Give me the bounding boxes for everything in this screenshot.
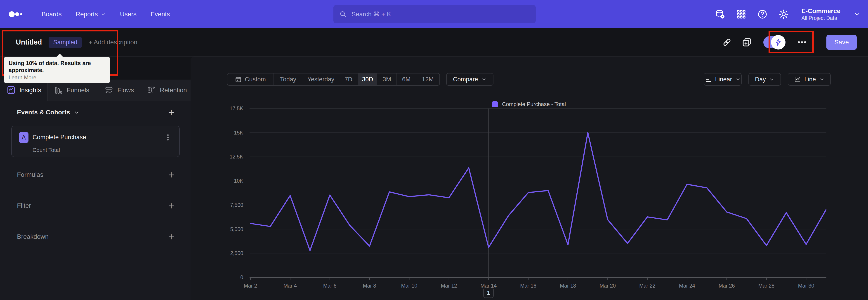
search-input[interactable]: Search ⌘ + K bbox=[333, 5, 536, 23]
settings-gear-icon[interactable] bbox=[778, 9, 789, 20]
sampling-toggle-knob bbox=[771, 35, 785, 50]
nav-right: E-Commerce All Project Data bbox=[715, 0, 860, 28]
events-cohorts-dropdown[interactable]: Events & Cohorts bbox=[17, 109, 80, 116]
x-tick-label: Mar 4 bbox=[283, 283, 297, 289]
y-tick-label: 2,500 bbox=[230, 250, 243, 256]
nav-item-events[interactable]: Events bbox=[151, 11, 170, 18]
filter-section: Filter + bbox=[17, 201, 174, 211]
tooltip-text: Using 10% of data. Results are approxima… bbox=[8, 60, 105, 74]
nav-item-users[interactable]: Users bbox=[120, 11, 136, 18]
chevron-down-icon bbox=[854, 11, 860, 18]
x-tick-label: Mar 16 bbox=[520, 283, 536, 289]
event-letter-badge: A bbox=[19, 132, 29, 143]
x-tick-label: Mar 30 bbox=[798, 283, 814, 289]
filter-label: Filter bbox=[17, 202, 31, 209]
line-chart[interactable]: 02,5005,0007,50010K12.5K15K17.5KMar 2Mar… bbox=[191, 57, 868, 300]
event-name: Complete Purchase bbox=[33, 134, 86, 141]
y-tick-label: 17.5K bbox=[230, 106, 243, 112]
funnels-icon bbox=[54, 86, 63, 95]
save-button[interactable]: Save bbox=[827, 35, 857, 50]
apps-grid-icon[interactable] bbox=[736, 9, 747, 20]
mixpanel-logo-icon[interactable] bbox=[8, 9, 25, 20]
x-tick-label: Mar 18 bbox=[560, 283, 576, 289]
report-title[interactable]: Untitled bbox=[16, 38, 42, 46]
chart-panel: CustomTodayYesterday7D30D3M6M12M Compare… bbox=[191, 57, 868, 300]
query-sidebar: InsightsFunnelsFlowsRetention Events & C… bbox=[0, 80, 191, 300]
formulas-section: Formulas + bbox=[17, 170, 174, 180]
search-placeholder: Search ⌘ + K bbox=[351, 10, 391, 18]
learn-more-link[interactable]: Learn More bbox=[8, 74, 36, 81]
event-card[interactable]: A Complete Purchase Count Total bbox=[11, 126, 180, 157]
sampling-toggle[interactable] bbox=[763, 36, 785, 49]
more-options-icon[interactable] bbox=[797, 37, 807, 48]
y-tick-label: 10K bbox=[234, 178, 243, 184]
chevron-down-icon bbox=[101, 11, 106, 17]
flows-icon bbox=[104, 86, 114, 95]
sampled-badge[interactable]: Sampled bbox=[49, 37, 82, 48]
x-tick-label: Mar 24 bbox=[679, 283, 695, 289]
y-tick-label: 12.5K bbox=[230, 154, 243, 160]
x-tick-label: Mar 10 bbox=[401, 283, 417, 289]
y-tick-label: 7,500 bbox=[230, 202, 243, 208]
copy-link-icon[interactable] bbox=[722, 37, 732, 48]
event-options-icon[interactable] bbox=[164, 133, 172, 142]
y-tick-label: 15K bbox=[234, 130, 243, 136]
project-name: E-Commerce bbox=[801, 7, 840, 15]
y-tick-label: 0 bbox=[240, 274, 243, 280]
breakdown-label: Breakdown bbox=[17, 233, 49, 240]
search-icon bbox=[339, 10, 347, 18]
lightning-bolt-icon bbox=[774, 38, 782, 46]
app-window: BoardsReportsUsersEvents Search ⌘ + K bbox=[0, 0, 868, 300]
add-filter-button[interactable]: + bbox=[168, 201, 174, 211]
nav-left: BoardsReportsUsersEvents bbox=[8, 0, 170, 28]
chevron-down-icon bbox=[74, 110, 80, 115]
x-tick-label: Mar 22 bbox=[639, 283, 655, 289]
insights-icon bbox=[6, 86, 16, 95]
x-tick-label: Mar 28 bbox=[758, 283, 775, 289]
series-line[interactable] bbox=[250, 133, 826, 250]
report-title-row: Untitled Sampled + Add description... bbox=[16, 28, 143, 56]
data-management-icon[interactable] bbox=[715, 9, 725, 20]
x-tick-label: Mar 20 bbox=[599, 283, 616, 289]
report-actions: Save bbox=[722, 28, 857, 56]
breakdown-section: Breakdown + bbox=[17, 232, 174, 242]
add-event-button[interactable]: + bbox=[168, 107, 174, 118]
sampling-tooltip: Using 10% of data. Results are approxima… bbox=[4, 57, 110, 83]
report-header-bar: Untitled Sampled + Add description... Sa… bbox=[0, 28, 868, 57]
add-formula-button[interactable]: + bbox=[168, 170, 174, 180]
nav-items: BoardsReportsUsersEvents bbox=[41, 11, 170, 18]
add-breakdown-button[interactable]: + bbox=[168, 232, 174, 242]
y-tick-label: 5,000 bbox=[230, 226, 243, 232]
formulas-label: Formulas bbox=[17, 171, 43, 178]
project-switcher[interactable]: E-Commerce All Project Data bbox=[801, 7, 840, 22]
events-section-header: Events & Cohorts + bbox=[17, 107, 174, 118]
x-tick-label: Mar 8 bbox=[363, 283, 376, 289]
tab-retention[interactable]: Retention bbox=[143, 80, 191, 101]
top-nav: BoardsReportsUsersEvents Search ⌘ + K bbox=[0, 0, 868, 28]
x-tick-label: Mar 26 bbox=[719, 283, 735, 289]
x-tick-label: Mar 6 bbox=[323, 283, 337, 289]
x-tick-label: Mar 12 bbox=[441, 283, 457, 289]
add-description-button[interactable]: + Add description... bbox=[89, 39, 143, 46]
nav-item-reports[interactable]: Reports bbox=[76, 11, 106, 18]
help-icon[interactable] bbox=[757, 9, 768, 20]
retention-icon bbox=[147, 86, 156, 95]
add-to-board-icon[interactable] bbox=[742, 37, 752, 48]
event-metric[interactable]: Count Total bbox=[33, 147, 60, 153]
nav-item-boards[interactable]: Boards bbox=[41, 11, 62, 18]
x-tick-label: Mar 2 bbox=[244, 283, 257, 289]
project-scope: All Project Data bbox=[801, 15, 840, 22]
pagination-page-1[interactable]: 1 bbox=[483, 288, 494, 298]
